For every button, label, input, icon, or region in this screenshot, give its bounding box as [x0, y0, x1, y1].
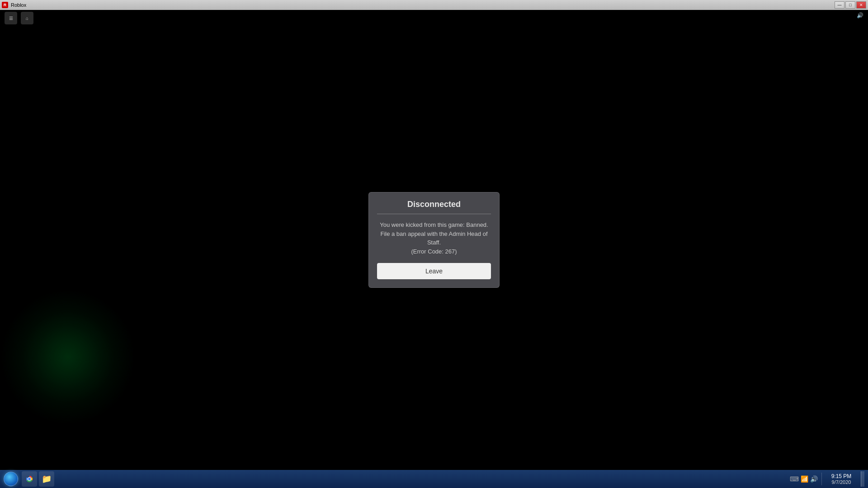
close-button[interactable]: ✕	[856, 1, 866, 9]
taskbar-folder[interactable]: 📁	[39, 471, 54, 487]
chrome-icon	[24, 474, 34, 484]
window-controls: — □ ✕	[835, 1, 866, 9]
clock-date: 9/7/2020	[832, 479, 851, 485]
window-title: Roblox	[11, 2, 26, 8]
speaker-icon[interactable]: 🔊	[810, 475, 818, 483]
svg-point-2	[28, 478, 31, 480]
disconnected-dialog: Disconnected You were kicked from this g…	[368, 192, 500, 288]
taskbar: 📁 ⌨ 📶 🔊 9:15 PM 9/7/2020	[0, 470, 868, 488]
taskbar-chrome[interactable]	[22, 471, 37, 487]
game-area: ☰ ⌂ 🔊 Disconnected You were kicked from …	[0, 10, 868, 470]
notification-area: ⌨ 📶 🔊	[790, 475, 818, 483]
dialog-title: Disconnected	[407, 200, 461, 209]
dialog-message-line1: You were kicked from this game: Banned. …	[380, 221, 488, 246]
show-desktop-button[interactable]	[861, 471, 864, 487]
start-button[interactable]	[2, 471, 20, 487]
leave-button[interactable]: Leave	[377, 263, 491, 279]
dialog-title-row: Disconnected	[377, 200, 491, 214]
network-icon[interactable]: 📶	[801, 475, 808, 483]
dialog-message-line2: (Error Code: 267)	[411, 248, 457, 255]
maximize-button[interactable]: □	[845, 1, 855, 9]
roblox-icon: R	[2, 2, 8, 8]
start-orb	[4, 472, 18, 486]
tray-divider	[821, 473, 822, 485]
taskbar-right: ⌨ 📶 🔊 9:15 PM 9/7/2020	[786, 470, 868, 488]
clock-area[interactable]: 9:15 PM 9/7/2020	[826, 471, 857, 487]
titlebar-left: R Roblox	[2, 2, 26, 8]
dialog-message: You were kicked from this game: Banned. …	[377, 221, 491, 256]
minimize-button[interactable]: —	[835, 1, 844, 9]
folder-icon: 📁	[42, 474, 52, 484]
keyboard-icon[interactable]: ⌨	[790, 475, 799, 483]
title-bar: R Roblox — □ ✕	[0, 0, 868, 10]
dialog-overlay: Disconnected You were kicked from this g…	[0, 10, 868, 470]
taskbar-apps: 📁	[22, 471, 54, 487]
clock-time: 9:15 PM	[831, 473, 852, 479]
